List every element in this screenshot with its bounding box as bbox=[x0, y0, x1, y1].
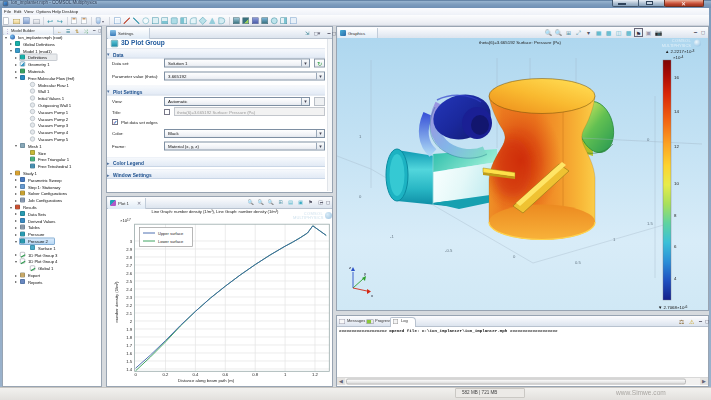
svg-text:Distance along beam path (m): Distance along beam path (m) bbox=[178, 378, 235, 383]
svg-text:-0.5: -0.5 bbox=[445, 248, 453, 253]
svg-text:2.9: 2.9 bbox=[126, 247, 132, 252]
svg-text:0.8: 0.8 bbox=[252, 372, 258, 377]
svg-text:0.6: 0.6 bbox=[222, 372, 228, 377]
svg-text:1: 1 bbox=[284, 372, 287, 377]
svg-text:2.1: 2.1 bbox=[126, 311, 132, 316]
svg-text:16: 16 bbox=[674, 75, 679, 80]
svg-text:Upper surface: Upper surface bbox=[158, 231, 184, 236]
svg-text:1.6: 1.6 bbox=[126, 351, 132, 356]
svg-text:1.8: 1.8 bbox=[126, 335, 132, 340]
svg-text:2.3: 2.3 bbox=[126, 295, 132, 300]
svg-text:0.5: 0.5 bbox=[575, 260, 581, 265]
svg-text:2.4: 2.4 bbox=[126, 287, 132, 292]
svg-text:2.7: 2.7 bbox=[126, 263, 132, 268]
svg-text:0: 0 bbox=[134, 372, 137, 377]
svg-text:number density (1/m³): number density (1/m³) bbox=[114, 281, 119, 323]
svg-text:2.2: 2.2 bbox=[126, 303, 132, 308]
svg-text:0.4: 0.4 bbox=[192, 372, 198, 377]
svg-text:1.5: 1.5 bbox=[647, 221, 653, 226]
svg-text:1.9: 1.9 bbox=[126, 327, 132, 332]
svg-text:2.5: 2.5 bbox=[126, 279, 132, 284]
svg-text:1.7: 1.7 bbox=[126, 343, 132, 348]
svg-text:0.2: 0.2 bbox=[163, 372, 169, 377]
svg-text:12: 12 bbox=[674, 144, 679, 149]
svg-text:▼ 2.7068×10-6: ▼ 2.7068×10-6 bbox=[658, 305, 688, 311]
svg-text:1.4: 1.4 bbox=[126, 367, 132, 372]
svg-text:3: 3 bbox=[130, 239, 133, 244]
svg-text:×1017: ×1017 bbox=[120, 218, 131, 224]
svg-text:2: 2 bbox=[130, 319, 133, 324]
svg-text:10: 10 bbox=[674, 181, 679, 186]
svg-text:1.5: 1.5 bbox=[126, 359, 132, 364]
svg-text:2.6: 2.6 bbox=[126, 271, 132, 276]
svg-text:z: z bbox=[349, 265, 351, 270]
svg-text:2.8: 2.8 bbox=[126, 255, 132, 260]
svg-text:Lower surface: Lower surface bbox=[158, 239, 184, 244]
svg-text:1.2: 1.2 bbox=[312, 372, 318, 377]
svg-text:▲ 2.2217×10-3: ▲ 2.2217×10-3 bbox=[665, 49, 695, 55]
svg-text:14: 14 bbox=[674, 109, 679, 114]
